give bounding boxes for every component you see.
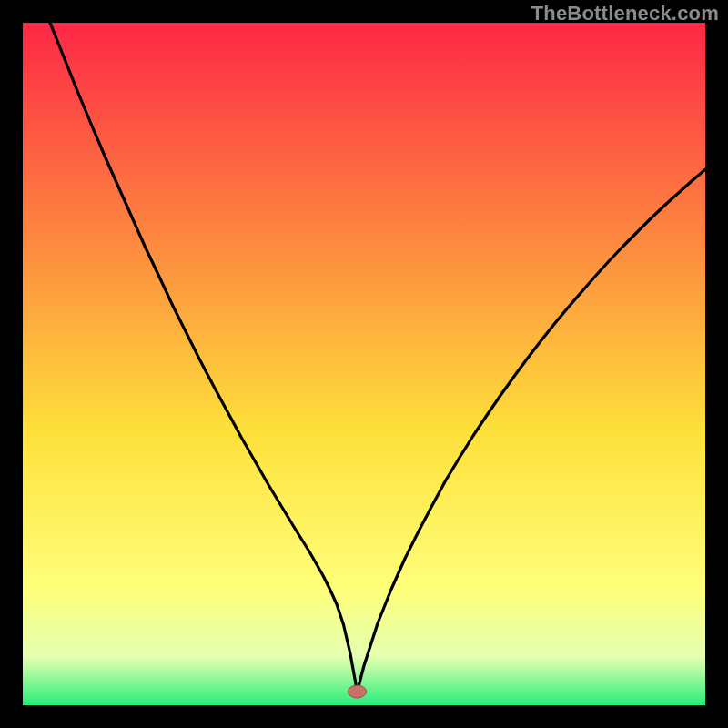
plot-background bbox=[23, 23, 705, 705]
optimal-point-marker bbox=[349, 685, 367, 698]
bottleneck-chart bbox=[23, 23, 705, 705]
watermark-text: TheBottleneck.com bbox=[531, 2, 719, 25]
chart-frame: TheBottleneck.com bbox=[0, 0, 728, 728]
